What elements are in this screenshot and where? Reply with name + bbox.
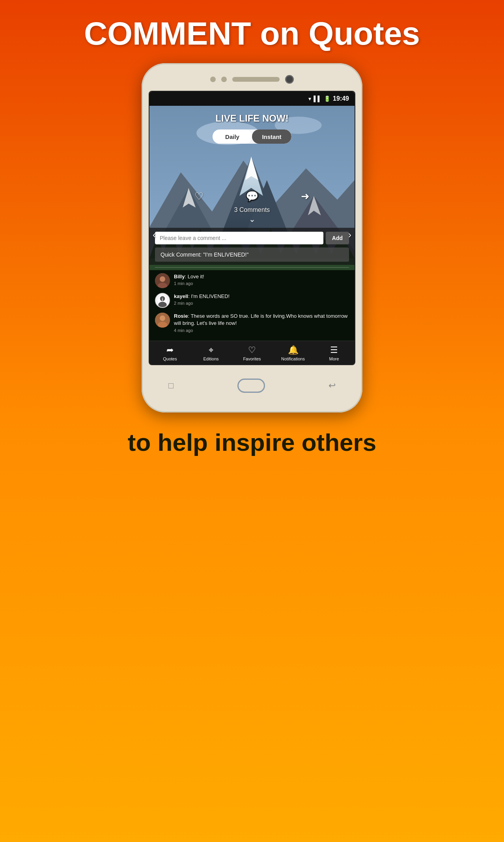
comment-body-billy: Love it!	[188, 274, 204, 279]
battery-icon: 🔋	[324, 96, 330, 102]
speaker-bar	[232, 77, 280, 82]
nav-item-editions[interactable]: ⌖ Editions	[190, 341, 231, 364]
comment-time-billy: 1 min ago	[174, 281, 349, 286]
comment-time-kayell: 2 min ago	[174, 301, 349, 306]
phone-shell: ▾ ▌▌ 🔋 19:49	[142, 63, 362, 412]
nav-item-quotes[interactable]: ➦ Quotes	[149, 341, 190, 364]
comment-username-billy: Billy	[174, 274, 185, 279]
mountain-spacer	[149, 147, 355, 186]
comment-item: Billy: Love it! 1 min ago	[155, 273, 349, 288]
svg-point-27	[160, 276, 165, 282]
nav-item-favorites[interactable]: ♡ Favorites	[231, 341, 273, 364]
comment-body-kayell: I'm ENLIVENED!	[191, 293, 230, 299]
avatar-billy	[155, 273, 170, 288]
action-icons: ♡ 💬 ➜	[149, 186, 355, 206]
footer-text: to help inspire others	[128, 428, 376, 456]
home-button[interactable]	[237, 379, 265, 393]
comment-icon[interactable]: 💬	[246, 190, 258, 203]
nav-label-editions: Editions	[203, 356, 218, 361]
avatar-kayell: i	[155, 293, 170, 308]
comments-divider	[155, 267, 349, 268]
favorites-icon: ♡	[248, 345, 256, 355]
comment-item: i kayell: I'm ENLIVENED! 2 min ago	[155, 293, 349, 308]
svg-text:i: i	[162, 297, 163, 302]
phone-bottom-buttons: □ ↩	[149, 371, 355, 397]
share-icon[interactable]: ➜	[301, 190, 310, 203]
quick-comment-button[interactable]: Quick Comment: "I'm ENLIVENED!"	[155, 248, 349, 262]
app-content: ‹ › LIVE LIFE NOW! Daily Instant ♡ 💬 ➜	[149, 106, 355, 364]
comment-content-billy: Billy: Love it! 1 min ago	[174, 273, 349, 286]
quote-title: LIVE LIFE NOW!	[149, 106, 355, 128]
quotes-icon: ➦	[166, 345, 174, 355]
nav-label-more: More	[329, 356, 339, 361]
screen: ▾ ▌▌ 🔋 19:49	[149, 91, 355, 365]
back-arrow-icon[interactable]: ↩	[329, 381, 336, 391]
comment-text-billy: Billy: Love it!	[174, 273, 349, 280]
more-icon: ☰	[330, 345, 338, 355]
comment-content-rosie: Rosie: These words are SO true. Life is …	[174, 313, 349, 332]
tab-daily[interactable]: Daily	[213, 129, 252, 144]
nav-item-notifications[interactable]: 🔔 Notifications	[273, 341, 314, 364]
add-comment-button[interactable]: Add	[326, 232, 349, 244]
status-icons: ▾ ▌▌ 🔋 19:49	[308, 95, 349, 102]
content-overlay: ‹ › LIVE LIFE NOW! Daily Instant ♡ 💬 ➜	[149, 106, 355, 364]
comment-username-rosie: Rosie	[174, 313, 188, 319]
phone-top	[149, 75, 355, 84]
nav-label-quotes: Quotes	[163, 356, 177, 361]
comment-text-kayell: kayell: I'm ENLIVENED!	[174, 293, 349, 300]
status-bar: ▾ ▌▌ 🔋 19:49	[149, 92, 355, 106]
toggle-tabs: Daily Instant	[213, 129, 291, 144]
svg-point-33	[158, 302, 166, 308]
comment-content-kayell: kayell: I'm ENLIVENED! 2 min ago	[174, 293, 349, 306]
status-time: 19:49	[333, 95, 349, 102]
svg-point-35	[160, 315, 165, 321]
notifications-icon: 🔔	[288, 345, 299, 355]
nav-arrow-right[interactable]: ›	[348, 229, 351, 240]
comment-time-rosie: 4 min ago	[174, 328, 349, 333]
avatar-rosie	[155, 313, 170, 328]
nav-label-notifications: Notifications	[281, 356, 305, 361]
wifi-icon: ▾	[308, 96, 311, 102]
comments-count: 3 Comments	[149, 206, 355, 214]
back-square-icon[interactable]: □	[168, 381, 174, 391]
like-icon[interactable]: ♡	[194, 190, 203, 203]
editions-icon: ⌖	[209, 345, 213, 355]
comment-body-rosie: These words are SO true. Life is for liv…	[174, 313, 348, 326]
speaker-dot-1	[210, 77, 216, 82]
signal-icon: ▌▌	[314, 96, 321, 102]
nav-label-favorites: Favorites	[243, 356, 261, 361]
nav-arrow-left[interactable]: ‹	[153, 229, 156, 240]
bottom-nav: ➦ Quotes ⌖ Editions ♡ Favorites 🔔 Notifi…	[149, 341, 355, 364]
comment-text-rosie: Rosie: These words are SO true. Life is …	[174, 313, 349, 327]
comment-input-area: Add Quick Comment: "I'm ENLIVENED!"	[149, 228, 355, 265]
speaker-dot-2	[221, 77, 227, 82]
comment-input-row: Add	[155, 232, 349, 244]
header-title: COMMENT on Quotes	[84, 16, 420, 51]
nav-item-more[interactable]: ☰ More	[314, 341, 355, 364]
chevron-down-icon[interactable]: ⌄	[149, 214, 355, 224]
camera	[285, 75, 294, 84]
comments-list: Billy: Love it! 1 min ago i	[149, 270, 355, 340]
comment-item: Rosie: These words are SO true. Life is …	[155, 313, 349, 332]
tab-instant[interactable]: Instant	[252, 129, 291, 144]
comment-input[interactable]	[155, 232, 323, 244]
comment-username-kayell: kayell	[174, 293, 188, 299]
